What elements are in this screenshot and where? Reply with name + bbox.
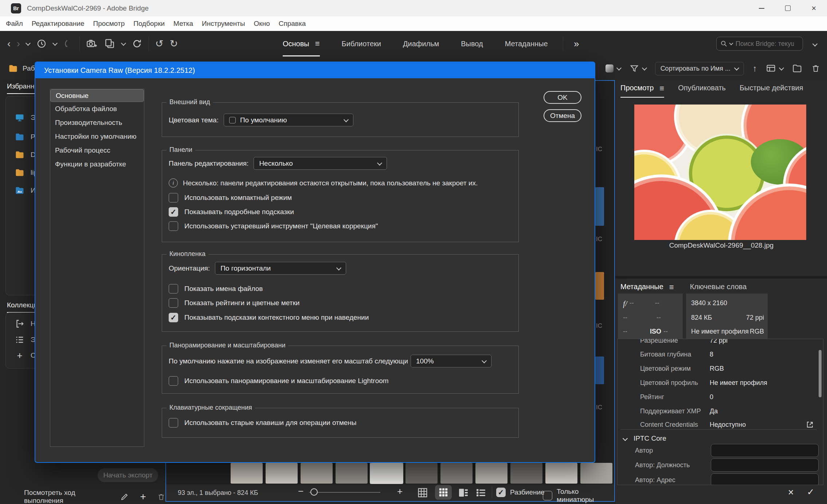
thumbnail[interactable] bbox=[580, 463, 612, 484]
add-icon[interactable]: + bbox=[140, 492, 146, 502]
lightroom-panzoom-option[interactable]: Использовать панорамирование и масштабир… bbox=[169, 376, 389, 386]
progress-label[interactable]: Посмотреть ход выполнения bbox=[24, 489, 109, 504]
menu-view[interactable]: Просмотр bbox=[93, 20, 125, 28]
revert-icon[interactable] bbox=[63, 39, 73, 49]
refresh-icon[interactable] bbox=[132, 38, 142, 49]
tab-libraries[interactable]: Библиотеки bbox=[342, 40, 381, 48]
tab-filmstrip[interactable]: Диафильм bbox=[403, 40, 439, 48]
default-zoom-select[interactable]: 100% bbox=[411, 355, 491, 367]
clipped-thumbnail[interactable] bbox=[595, 187, 604, 226]
nav-dropdown-icon[interactable] bbox=[26, 41, 31, 46]
iptc-author-title-input[interactable] bbox=[711, 458, 819, 472]
list-view-icon[interactable] bbox=[475, 487, 487, 499]
thumbnail[interactable] bbox=[301, 463, 333, 484]
clipped-thumbnail[interactable] bbox=[595, 272, 604, 300]
nav-item-workflow[interactable]: Рабочий процесс bbox=[50, 143, 144, 157]
show-ratings-option[interactable]: Показать рейтинги и цветные метки bbox=[169, 298, 299, 308]
rotate-options-button[interactable] bbox=[766, 63, 783, 74]
menu-window[interactable]: Окно bbox=[254, 20, 270, 28]
menu-edit[interactable]: Редактирование bbox=[32, 20, 85, 28]
thumbnail[interactable] bbox=[336, 463, 368, 484]
recent-dropdown-icon[interactable] bbox=[52, 41, 58, 46]
trash-icon[interactable] bbox=[811, 64, 820, 73]
compact-mode-checkbox[interactable] bbox=[169, 193, 178, 202]
recent-history-icon[interactable] bbox=[36, 38, 47, 49]
tab-collections[interactable]: Коллекци bbox=[7, 301, 38, 313]
compact-mode-option[interactable]: Использовать компактный режим bbox=[169, 193, 292, 202]
tab-favorites[interactable]: Избранно bbox=[7, 82, 38, 94]
menu-tools[interactable]: Инструменты bbox=[202, 20, 245, 28]
import-from-camera-icon[interactable] bbox=[86, 38, 98, 50]
nav-item-performance[interactable]: Производительность bbox=[50, 116, 144, 130]
clipped-thumbnail[interactable] bbox=[595, 357, 604, 384]
menu-label[interactable]: Метка bbox=[173, 20, 193, 28]
nav-item-file-handling[interactable]: Обработка файлов bbox=[50, 102, 144, 116]
tab-essentials[interactable]: Основы ≡ bbox=[283, 31, 320, 56]
thumbnail-size-slider[interactable] bbox=[309, 492, 380, 493]
legacy-undo-option[interactable]: Использовать старые клавиши для операции… bbox=[169, 418, 357, 428]
metadata-menu-icon[interactable]: ≡ bbox=[669, 283, 674, 292]
tab-metadata[interactable]: Метаданные bbox=[505, 40, 548, 48]
detailed-tooltips-checkbox[interactable] bbox=[169, 207, 178, 217]
show-filenames-option[interactable]: Показать имена файлов bbox=[169, 284, 263, 294]
cancel-metadata-icon[interactable]: × bbox=[788, 487, 794, 498]
thumbnail[interactable] bbox=[266, 463, 298, 484]
copy-dropdown-icon[interactable] bbox=[121, 41, 126, 46]
nav-item-defaults[interactable]: Настройки по умолчанию bbox=[50, 130, 144, 143]
thumbnail[interactable] bbox=[405, 463, 438, 484]
thumbnail[interactable] bbox=[545, 463, 577, 484]
thumbnail[interactable] bbox=[231, 463, 263, 484]
undo-icon[interactable]: ↺ bbox=[155, 39, 164, 49]
menu-help[interactable]: Справка bbox=[279, 20, 306, 28]
hover-hints-checkbox[interactable] bbox=[169, 313, 178, 322]
workspace-menu-icon[interactable]: ≡ bbox=[315, 39, 320, 48]
zoom-in-icon[interactable]: + bbox=[397, 486, 403, 497]
workspace-overflow-icon[interactable]: » bbox=[574, 31, 579, 56]
split-checkbox[interactable] bbox=[496, 488, 506, 497]
pencil-icon[interactable] bbox=[120, 492, 129, 501]
thumbnail[interactable] bbox=[440, 463, 473, 484]
trash-icon[interactable] bbox=[157, 492, 165, 501]
split-view-toggle[interactable]: Разбиение bbox=[496, 488, 545, 497]
legacy-tat-checkbox[interactable] bbox=[169, 221, 178, 231]
edit-panel-select[interactable]: Несколько bbox=[254, 157, 387, 170]
dialog-title-bar[interactable]: Установки Camera Raw (Версия 18.2.2.2512… bbox=[35, 62, 595, 78]
orientation-select[interactable]: По горизонтали bbox=[215, 262, 346, 275]
filter-button[interactable] bbox=[630, 64, 646, 73]
thumbs-only-toggle[interactable]: Только миниатюры bbox=[543, 488, 614, 504]
maximize-button[interactable] bbox=[775, 0, 801, 16]
ok-button[interactable]: OK bbox=[544, 91, 581, 104]
legacy-undo-checkbox[interactable] bbox=[169, 418, 178, 428]
thumbnail[interactable] bbox=[475, 463, 507, 484]
menu-file[interactable]: Файл bbox=[6, 20, 23, 28]
search-scope-icon[interactable] bbox=[729, 41, 733, 45]
details-view-icon[interactable] bbox=[458, 487, 469, 499]
search-input[interactable] bbox=[735, 40, 795, 48]
show-filenames-checkbox[interactable] bbox=[169, 284, 178, 294]
sort-button[interactable]: Сортировать по Имя ... bbox=[655, 62, 744, 75]
zoom-out-icon[interactable]: − bbox=[298, 486, 303, 497]
thumbs-only-checkbox[interactable] bbox=[543, 491, 552, 500]
iptc-author-input[interactable] bbox=[711, 444, 819, 457]
minimize-button[interactable] bbox=[748, 0, 775, 16]
apply-metadata-icon[interactable]: ✓ bbox=[807, 487, 814, 498]
grid-lock-view-icon[interactable] bbox=[417, 487, 428, 499]
nav-item-tech-previews[interactable]: Функции в разработке bbox=[50, 157, 144, 171]
tab-publish[interactable]: Опубликовать bbox=[678, 84, 726, 92]
copy-files-icon[interactable] bbox=[104, 38, 115, 50]
thumbnail-selected[interactable] bbox=[371, 463, 403, 484]
slider-thumb[interactable] bbox=[310, 488, 318, 496]
thumbnail[interactable] bbox=[510, 463, 542, 484]
gradient-tool-button[interactable] bbox=[605, 64, 621, 72]
thumbnail-view-button[interactable] bbox=[435, 485, 452, 500]
color-theme-select[interactable]: По умолчанию bbox=[224, 114, 353, 126]
detailed-tooltips-option[interactable]: Показывать подробные подсказки bbox=[169, 207, 294, 217]
sort-ascending-icon[interactable]: ↑ bbox=[753, 64, 757, 73]
external-link-icon[interactable] bbox=[806, 420, 814, 429]
menu-stacks[interactable]: Подборки bbox=[133, 20, 165, 28]
preview-image[interactable] bbox=[634, 105, 806, 240]
iptc-author-address-input[interactable] bbox=[711, 473, 819, 485]
forward-icon[interactable]: › bbox=[17, 39, 20, 49]
hover-hints-option[interactable]: Показывать подсказки контекстного меню п… bbox=[169, 313, 369, 322]
nav-item-general[interactable]: Основные bbox=[50, 89, 144, 102]
